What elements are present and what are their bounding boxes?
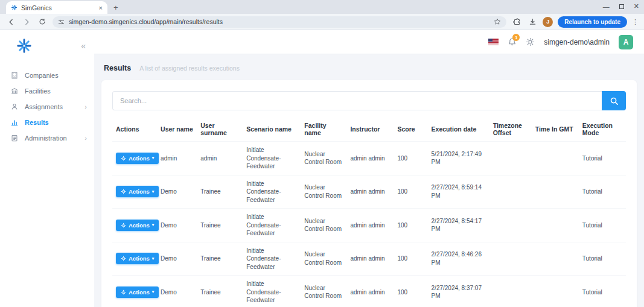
user-name-cell: Demo — [157, 242, 197, 276]
gear-icon — [121, 223, 126, 228]
execution-mode-cell: Tutorial — [579, 276, 626, 307]
execution-date-cell: 2/27/2024, 8:46:26 PM — [428, 242, 489, 276]
site-settings-icon[interactable] — [58, 19, 65, 25]
user-name-cell: Demo — [157, 175, 197, 209]
window-close-icon[interactable]: ✕ — [634, 2, 639, 10]
actions-cell: Actions ▾ — [112, 142, 157, 176]
instructor-cell: admin admin — [346, 142, 394, 176]
facility-name-cell: Nuclear Control Room — [301, 242, 346, 276]
search-input[interactable] — [112, 91, 602, 110]
actions-button[interactable]: Actions ▾ — [116, 286, 159, 298]
col-header: Scenario name — [243, 116, 301, 142]
back-icon[interactable] — [5, 16, 16, 27]
facility-name-cell: Nuclear Control Room — [301, 276, 346, 307]
sun-icon — [526, 37, 535, 46]
timezone-offset-cell — [489, 242, 532, 276]
window-maximize-icon[interactable] — [619, 4, 624, 9]
relaunch-to-update-button[interactable]: Relaunch to update — [558, 16, 627, 28]
col-header: Instructor — [346, 116, 394, 142]
table-row: Actions ▾ Demo Trainee Initiate Condensa… — [112, 276, 626, 307]
sidebar-item-assignments[interactable]: Assignments › — [0, 99, 94, 115]
instructor-cell: admin admin — [346, 175, 394, 209]
forward-icon[interactable] — [21, 16, 32, 27]
execution-date-cell: 2/27/2024, 8:59:14 PM — [428, 175, 489, 209]
instructor-cell: admin admin — [346, 209, 394, 242]
user-avatar[interactable]: A — [619, 35, 633, 49]
search-button[interactable] — [602, 91, 626, 110]
facility-name-cell: Nuclear Control Room — [301, 175, 346, 209]
results-card: Actions User name User surname Scenario … — [101, 80, 637, 307]
results-table: Actions User name User surname Scenario … — [112, 116, 626, 307]
new-tab-button[interactable]: + — [113, 3, 118, 14]
clipboard-icon — [10, 134, 19, 142]
page-title: Results — [104, 64, 131, 72]
window-minimize-icon[interactable]: — — [603, 3, 610, 10]
bookmark-star-icon[interactable] — [494, 18, 501, 25]
time-gmt-cell — [532, 209, 579, 242]
browser-tab[interactable]: SimGenics × — [6, 1, 107, 14]
browser-profile-avatar[interactable]: J — [543, 17, 553, 27]
page-header: Results A list of assigned results execu… — [94, 54, 644, 72]
scenario-name-cell: Initiate Condensate-Feedwater — [243, 276, 301, 307]
scenario-name-cell: Initiate Condensate-Feedwater — [243, 242, 301, 276]
results-table-body: Actions ▾ admin admin Initiate Condensat… — [112, 142, 626, 307]
gear-icon — [121, 256, 126, 261]
execution-mode-cell: Tutorial — [579, 242, 626, 276]
actions-button[interactable]: Actions ▾ — [116, 253, 159, 264]
col-header: Actions — [112, 116, 157, 142]
scenario-name-cell: Initiate Condensate-Feedwater — [243, 142, 301, 176]
chevron-right-icon: › — [84, 103, 87, 110]
search-icon — [610, 97, 619, 106]
time-gmt-cell — [532, 242, 579, 276]
facility-name-cell: Nuclear Control Room — [301, 209, 346, 242]
theme-toggle[interactable] — [526, 37, 535, 46]
execution-date-cell: 2/27/2024, 8:54:17 PM — [428, 209, 489, 242]
chart-icon — [10, 118, 19, 127]
sidebar-item-results[interactable]: Results — [0, 115, 94, 130]
col-header: User name — [157, 116, 197, 142]
instructor-cell: admin admin — [346, 242, 394, 276]
time-gmt-cell — [532, 142, 579, 176]
execution-mode-cell: Tutorial — [579, 175, 626, 209]
sidebar-item-administration[interactable]: Administration › — [0, 130, 94, 146]
execution-mode-cell: Tutorial — [579, 142, 626, 176]
execution-date-cell: 5/21/2024, 2:17:49 PM — [428, 142, 489, 176]
instructor-cell: admin admin — [346, 276, 394, 307]
download-icon[interactable] — [527, 16, 538, 27]
browser-menu-icon[interactable]: ⋮ — [632, 18, 639, 26]
address-bar[interactable]: simgen-demo.simgenics.cloud/app/main/res… — [53, 16, 506, 28]
tab-close-icon[interactable]: × — [99, 4, 103, 11]
timezone-offset-cell — [489, 142, 532, 176]
score-cell: 100 — [394, 175, 427, 209]
actions-button-label: Actions — [129, 255, 150, 262]
simgenics-favicon — [11, 4, 18, 11]
time-gmt-cell — [532, 276, 579, 307]
sidebar-item-label: Results — [25, 119, 49, 126]
col-header: Execution Mode — [579, 116, 626, 142]
extensions-icon[interactable] — [511, 16, 522, 27]
scenario-name-cell: Initiate Condensate-Feedwater — [243, 175, 301, 209]
col-header: Time In GMT — [532, 116, 579, 142]
actions-button[interactable]: Actions ▾ — [116, 220, 159, 231]
sidebar-item-companies[interactable]: Companies — [0, 68, 94, 83]
actions-button[interactable]: Actions ▾ — [116, 186, 159, 197]
chevron-right-icon: › — [84, 135, 87, 142]
sidebar-item-label: Assignments — [25, 103, 63, 110]
actions-button-label: Actions — [129, 155, 150, 162]
gear-icon — [121, 156, 126, 161]
reload-icon[interactable] — [37, 16, 48, 27]
user-surname-cell: admin — [197, 142, 243, 176]
timezone-offset-cell — [489, 276, 532, 307]
sidebar-item-label: Companies — [25, 72, 59, 79]
actions-button[interactable]: Actions ▾ — [116, 153, 159, 164]
caret-down-icon: ▾ — [152, 189, 155, 194]
language-flag-icon[interactable] — [488, 39, 499, 45]
scenario-name-cell: Initiate Condensate-Feedwater — [243, 209, 301, 242]
sidebar-collapse-icon[interactable]: « — [81, 41, 86, 51]
person-icon — [10, 103, 19, 111]
sidebar: « Companies Facilities Assignments — [0, 30, 94, 307]
table-row: Actions ▾ admin admin Initiate Condensat… — [112, 142, 626, 176]
sidebar-item-facilities[interactable]: Facilities — [0, 83, 94, 99]
notifications-bell[interactable]: 1 — [508, 37, 517, 46]
score-cell: 100 — [394, 242, 427, 276]
